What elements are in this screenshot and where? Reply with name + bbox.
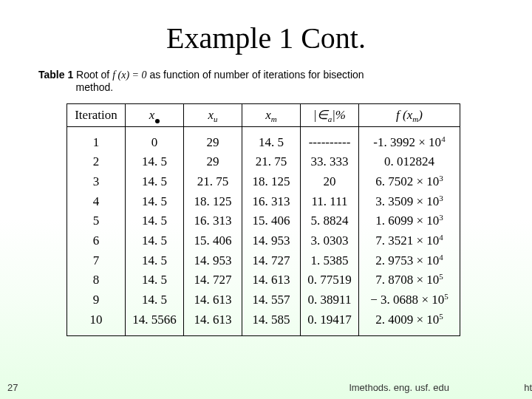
subscript-dot-icon	[155, 119, 160, 123]
hdr-xu: xu	[184, 104, 242, 127]
hdr-xu-sub: u	[214, 115, 218, 123]
caption-text-a: Root of	[73, 69, 112, 81]
hdr-fx-a: f (x	[396, 108, 412, 122]
hdr-xm-base: x	[265, 108, 271, 122]
col-xm: 14. 521. 7518. 12516. 31315. 40614. 9531…	[242, 127, 301, 336]
hdr-xm-sub: m	[271, 115, 277, 123]
hdr-ea-b: |%	[332, 108, 346, 122]
hdr-iteration: Iteration	[67, 104, 126, 127]
col-ea: ----------33. 3332011. 1115. 88243. 0303…	[301, 127, 359, 336]
table-header-row: Iteration x xu xm |∈a|% f (xm)	[67, 104, 460, 127]
caption-text-c: method.	[76, 81, 114, 93]
hdr-fx-b: )	[418, 108, 423, 122]
caption-text-b: as function of number of iterations for …	[147, 69, 364, 81]
table-data-row: 12345678910 014. 514. 514. 514. 514. 514…	[67, 127, 460, 336]
caption-fx: f (x) = 0	[112, 69, 146, 81]
col-fxm: -1. 3992 × 1040. 012824 6. 7502 × 1033. …	[359, 127, 460, 336]
col-iteration: 12345678910	[67, 127, 126, 336]
footer-link: lmethods. eng. usf. edu	[349, 382, 449, 393]
cutoff-text: ht	[524, 382, 532, 393]
hdr-xu-base: x	[208, 108, 214, 122]
bisection-table: Iteration x xu xm |∈a|% f (xm) 123456789…	[66, 103, 460, 336]
col-xl: 014. 514. 514. 514. 514. 514. 514. 514. …	[126, 127, 184, 336]
col-xu: 292921. 7518. 12516. 31315. 40614. 95314…	[184, 127, 242, 336]
caption-bold: Table 1	[38, 69, 73, 81]
hdr-xl: x	[126, 104, 184, 127]
page-number: 27	[7, 382, 18, 393]
hdr-fxm: f (xm)	[359, 104, 460, 127]
hdr-ea: |∈a|%	[301, 104, 359, 127]
hdr-xl-base: x	[149, 108, 155, 122]
hdr-ea-a: |∈	[313, 108, 328, 122]
slide-title: Example 1 Cont.	[0, 21, 532, 55]
table-caption: Table 1 Root of f (x) = 0 as function of…	[38, 69, 532, 93]
hdr-xm: xm	[242, 104, 301, 127]
